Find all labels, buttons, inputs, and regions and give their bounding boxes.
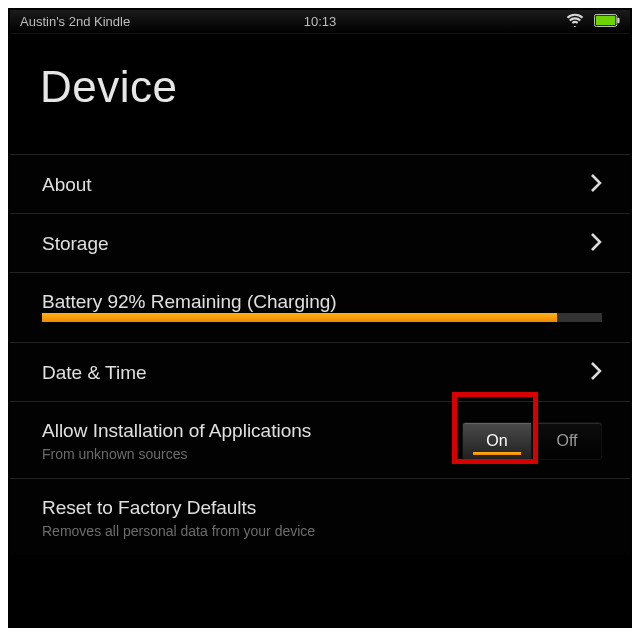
page-title: Device (10, 34, 630, 154)
row-sub: From unknown sources (42, 446, 311, 462)
toggle-on-button[interactable]: On (462, 422, 532, 460)
toggle-off-button[interactable]: Off (532, 422, 602, 460)
device-name: Austin's 2nd Kindle (20, 14, 130, 29)
battery-icon (594, 14, 620, 30)
install-toggle[interactable]: On Off (462, 422, 602, 460)
battery-label: Battery 92% Remaining (Charging) (42, 291, 337, 312)
svg-rect-2 (596, 15, 616, 24)
wifi-icon (566, 13, 584, 30)
row-label: Storage (42, 233, 109, 255)
row-reset[interactable]: Reset to Factory Defaults Removes all pe… (10, 478, 630, 555)
svg-rect-1 (617, 17, 619, 23)
chevron-right-icon (590, 361, 602, 385)
battery-progress-fill (42, 313, 557, 322)
row-battery: Battery 92% Remaining (Charging) (10, 272, 630, 342)
chevron-right-icon (590, 232, 602, 256)
row-label: Reset to Factory Defaults (42, 497, 315, 519)
chevron-right-icon (590, 173, 602, 197)
row-about[interactable]: About (10, 154, 630, 213)
row-label: About (42, 174, 92, 196)
row-allow-install: Allow Installation of Applications From … (10, 401, 630, 478)
row-label: Date & Time (42, 362, 147, 384)
settings-list: About Storage Battery 92% Remaining (Cha… (10, 154, 630, 555)
row-sub: Removes all personal data from your devi… (42, 523, 315, 539)
clock: 10:13 (304, 14, 337, 29)
battery-progress-track (42, 313, 602, 322)
row-storage[interactable]: Storage (10, 213, 630, 272)
status-bar: Austin's 2nd Kindle 10:13 (10, 10, 630, 34)
row-label: Allow Installation of Applications (42, 420, 311, 442)
row-date-time[interactable]: Date & Time (10, 342, 630, 401)
